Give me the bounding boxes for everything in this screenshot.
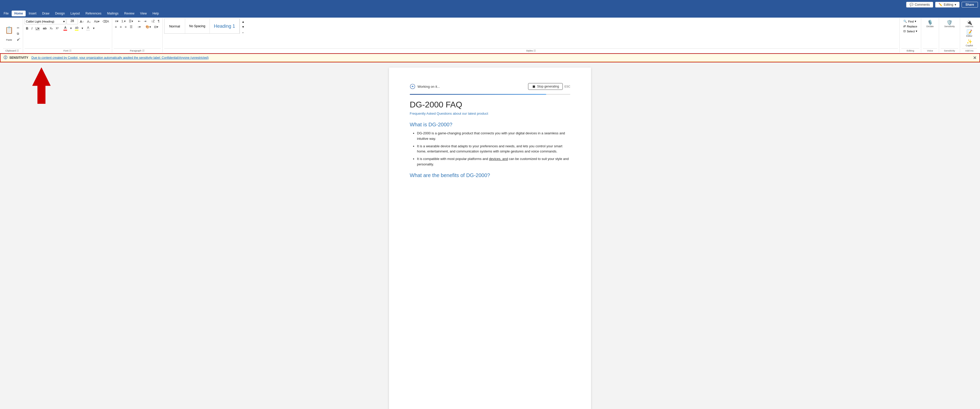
- sensitivity-bar-border: ⓘ SENSITIVITY Due to content created by …: [0, 53, 980, 62]
- justify-button[interactable]: ☰: [129, 24, 134, 30]
- styles-expand-icon[interactable]: ⬜: [533, 49, 536, 52]
- cut-button[interactable]: ✂: [16, 25, 21, 30]
- borders-button[interactable]: ⊟▾: [153, 24, 159, 30]
- align-left-button[interactable]: ≡: [114, 24, 118, 30]
- copilot-working-text: Working on it...: [417, 85, 440, 89]
- menu-view[interactable]: View: [137, 11, 150, 16]
- paste-button[interactable]: 📋 Paste: [3, 25, 15, 42]
- styles-scroll-down[interactable]: ▼: [240, 24, 246, 30]
- comments-button[interactable]: 💬 Comments: [906, 2, 933, 8]
- copilot-label: Copilot: [966, 44, 973, 47]
- comments-icon: 💬: [910, 3, 913, 6]
- bullets-button[interactable]: ≡▾: [114, 19, 120, 24]
- style-no-spacing[interactable]: No Spacing: [185, 19, 210, 33]
- share-button[interactable]: Share: [962, 2, 978, 8]
- decrease-indent-button[interactable]: ⇤: [137, 19, 142, 24]
- find-button[interactable]: 🔍 Find ▾: [902, 19, 918, 24]
- style-heading1[interactable]: Heading 1: [210, 19, 240, 33]
- editor-label: Editor: [966, 35, 972, 37]
- sensitivity-group: 🛡️ Sensitivity Sensitivity: [939, 18, 960, 52]
- sensitivity-label: Sensitivity: [941, 48, 958, 52]
- style-normal-label: Normal: [169, 24, 180, 28]
- clear-format-button[interactable]: ⌫A: [101, 19, 110, 24]
- show-para-button[interactable]: ¶: [156, 19, 161, 24]
- sensitivity-text[interactable]: Due to content created by Copilot, your …: [31, 56, 208, 60]
- font-expand-icon[interactable]: ⬜: [69, 49, 72, 52]
- editor-icon: 📝: [967, 30, 972, 35]
- font-color-dropdown[interactable]: ▾: [69, 25, 73, 31]
- format-painter-button[interactable]: 🖌: [16, 37, 21, 42]
- font-dropdown-icon: ▾: [63, 20, 65, 23]
- styles-expand[interactable]: ⌄: [240, 30, 246, 35]
- copilot-button[interactable]: ✨ Copilot: [964, 38, 975, 48]
- menu-layout[interactable]: Layout: [68, 11, 82, 16]
- bullet-list: DG-2000 is a game-changing product that …: [410, 131, 570, 167]
- superscript-button[interactable]: X²: [54, 26, 60, 30]
- multilevel-button[interactable]: ☰▾: [127, 19, 134, 24]
- select-label: Select: [907, 30, 915, 33]
- sort-button[interactable]: ↕Z: [150, 19, 156, 24]
- change-case-button[interactable]: Aa▾: [93, 19, 101, 24]
- numbering-button[interactable]: 1.▾: [120, 19, 127, 24]
- align-center-button[interactable]: ≡: [119, 24, 123, 30]
- clipboard-expand-icon[interactable]: ⬜: [16, 49, 19, 52]
- shading-para-button[interactable]: 🎨▾: [144, 24, 152, 30]
- underline-button[interactable]: U▾: [34, 25, 41, 31]
- style-normal[interactable]: Normal: [164, 19, 185, 33]
- bold-button[interactable]: B: [25, 25, 30, 31]
- stop-generating-button[interactable]: ⏹ Stop generating: [528, 83, 563, 90]
- strikethrough-button[interactable]: ab: [41, 25, 48, 31]
- para-row1: ≡▾ 1.▾ ☰▾ ⇤ ⇥ ↕Z ¶: [114, 19, 161, 24]
- copy-button[interactable]: ⧉: [16, 31, 21, 36]
- italic-button[interactable]: I: [30, 25, 33, 31]
- clipboard-label: Clipboard ⬜: [3, 48, 21, 52]
- esc-label: ESC: [564, 85, 570, 88]
- menu-file[interactable]: File: [1, 11, 11, 16]
- select-dropdown-icon: ▾: [916, 30, 917, 33]
- menu-mailings[interactable]: Mailings: [104, 11, 121, 16]
- line-spacing-button[interactable]: ↕▾: [136, 24, 142, 30]
- sensitivity-close-button[interactable]: ✕: [973, 55, 976, 60]
- highlight-dropdown[interactable]: ▾: [80, 25, 84, 31]
- font-decrease-button[interactable]: A↓: [86, 19, 92, 24]
- menu-help[interactable]: Help: [150, 11, 162, 16]
- menu-design[interactable]: Design: [52, 11, 67, 16]
- font-color-button[interactable]: A: [62, 25, 68, 31]
- font-size-selector[interactable]: 28: [67, 19, 78, 24]
- replace-button[interactable]: ⇄ Replace: [902, 24, 918, 29]
- align-right-button[interactable]: ≡: [124, 24, 128, 30]
- menu-review[interactable]: Review: [122, 11, 137, 16]
- styles-scroll-up[interactable]: ▲: [240, 19, 246, 24]
- sensitivity-controls: 🛡️ Sensitivity: [941, 19, 958, 29]
- select-button[interactable]: ⊡ Select ▾: [902, 29, 918, 33]
- editor-button[interactable]: 📝 Editor: [965, 29, 974, 38]
- replace-label: Replace: [907, 25, 917, 28]
- dictate-button[interactable]: 🎙️ Dictate: [925, 19, 935, 29]
- paragraph-expand-icon[interactable]: ⬜: [142, 49, 145, 52]
- increase-indent-button[interactable]: ⇥: [142, 19, 148, 24]
- editing-button[interactable]: ✏️ Editing ▾: [935, 2, 959, 8]
- subscript-button[interactable]: X₂: [48, 26, 54, 31]
- voice-group: 🎙️ Dictate Voice: [921, 18, 939, 52]
- menu-home[interactable]: Home: [12, 11, 25, 16]
- stop-icon: ⏹: [532, 84, 536, 89]
- document-page[interactable]: Working on it... ⏹ Stop generating ESC D…: [389, 68, 591, 409]
- font-name-selector[interactable]: Calibri Light (Heading) ▾: [25, 19, 66, 24]
- search-icon: 🔍: [903, 20, 907, 23]
- sensitivity-button[interactable]: 🛡️ Sensitivity: [943, 19, 956, 29]
- addins-button[interactable]: 🔌 Add-ins: [964, 19, 975, 29]
- shading-dropdown[interactable]: ▾: [92, 25, 96, 31]
- clipboard-group: 📋 Paste ✂ ⧉ 🖌 Clipboard ⬜: [2, 18, 23, 52]
- menu-references[interactable]: References: [83, 11, 104, 16]
- menu-insert[interactable]: Insert: [26, 11, 39, 16]
- font-increase-button[interactable]: A↑: [78, 19, 85, 24]
- shading-button[interactable]: A: [85, 25, 91, 31]
- menu-draw[interactable]: Draw: [40, 11, 52, 16]
- addins-group: 🔌 Add-ins 📝 Editor ✨ Copilot Add-ins: [960, 18, 978, 52]
- font-row1: Calibri Light (Heading) ▾ 28 A↑ A↓ Aa▾ ⌫…: [25, 19, 110, 24]
- editing-label: Editing: [901, 48, 920, 52]
- font-label: Font ⬜: [25, 48, 110, 52]
- highlight-button[interactable]: ab: [73, 25, 80, 31]
- document-subtitle: Frequently Asked Questions about our lat…: [410, 112, 570, 116]
- sensitivity-bar: ⓘ SENSITIVITY Due to content created by …: [0, 54, 980, 62]
